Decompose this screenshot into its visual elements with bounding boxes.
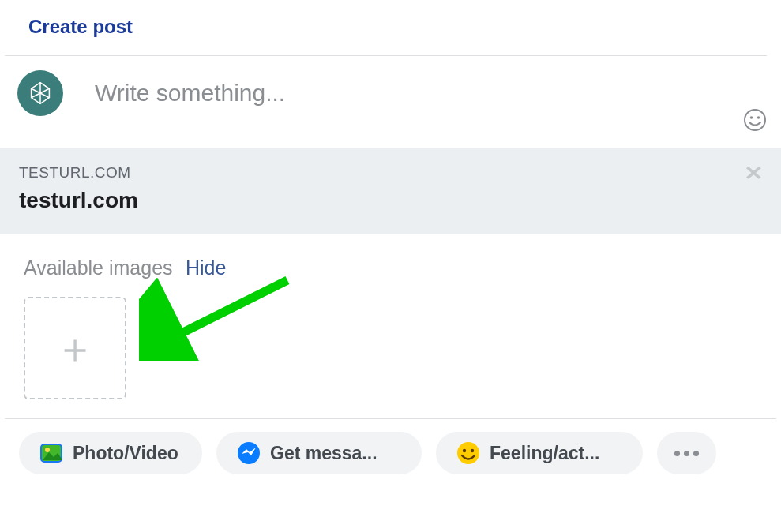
compose-row [0,56,781,148]
preview-title: testurl.com [19,188,762,213]
svg-point-12 [471,449,474,452]
plus-icon: ＋ [54,328,96,369]
leaf-icon [25,78,55,108]
avatar[interactable] [17,70,63,116]
card-header: Create post [5,0,767,56]
svg-point-3 [757,116,760,119]
available-images-section: Available images Hide ＋ [5,234,776,419]
svg-line-5 [161,280,287,343]
photo-icon [39,441,63,465]
link-preview: TESTURL.COM testurl.com ✕ [0,148,781,234]
more-icon [674,451,699,456]
post-text-input[interactable] [63,70,764,107]
emoji-picker-icon[interactable] [743,108,767,132]
more-actions-button[interactable] [657,432,716,474]
annotation-arrow-icon [139,274,297,361]
preview-domain: TESTURL.COM [19,164,762,182]
feeling-activity-button[interactable]: Feeling/act... [436,432,643,474]
svg-point-8 [45,448,50,452]
create-post-title: Create post [28,16,133,37]
svg-point-1 [745,110,765,130]
messenger-icon [237,441,261,465]
get-messages-button[interactable]: Get messa... [216,432,422,474]
close-icon[interactable]: ✕ [744,163,764,183]
svg-point-2 [750,116,753,119]
feeling-icon [456,441,480,465]
photo-video-button[interactable]: Photo/Video [19,432,202,474]
get-messages-label: Get messa... [270,443,377,464]
post-actions-row: Photo/Video Get messa... Feeling/act... [0,419,781,481]
svg-point-11 [463,449,466,452]
feeling-activity-label: Feeling/act... [490,443,599,464]
photo-video-label: Photo/Video [73,443,178,464]
create-post-card: Create post TESTURL.COM testurl.com [0,0,781,481]
add-image-button[interactable]: ＋ [24,297,126,399]
svg-point-10 [457,442,479,464]
